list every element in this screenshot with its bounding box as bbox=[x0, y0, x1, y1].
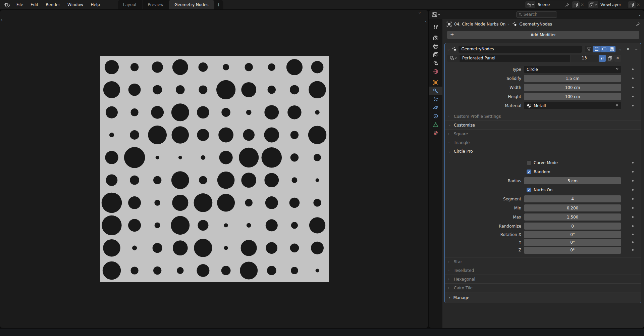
open-toolbar-chevron-icon[interactable]: › bbox=[1, 18, 3, 22]
new-node-tree-button[interactable] bbox=[606, 55, 613, 62]
tab-tool[interactable] bbox=[429, 23, 442, 31]
menu-edit[interactable]: Edit bbox=[27, 0, 42, 9]
tab-physics[interactable] bbox=[429, 103, 442, 112]
open-sidebar-chevron-icon[interactable]: ‹ bbox=[425, 19, 427, 23]
tab-particles[interactable] bbox=[429, 95, 442, 103]
decorator-dot[interactable] bbox=[632, 105, 634, 106]
scene-copy-button[interactable] bbox=[572, 1, 580, 8]
search-box[interactable] bbox=[516, 11, 557, 18]
modifier-extras-chevron-icon[interactable]: ⌄ bbox=[617, 47, 623, 51]
tab-world[interactable] bbox=[429, 67, 442, 76]
tab-geometry-nodes[interactable]: Geometry Nodes bbox=[169, 0, 214, 9]
node-tree-browse-button[interactable] bbox=[447, 55, 459, 62]
drag-handle-icon[interactable] bbox=[635, 47, 639, 51]
decorator-dot[interactable] bbox=[632, 171, 634, 173]
decorator-dot[interactable] bbox=[632, 189, 634, 191]
menu-render[interactable]: Render bbox=[42, 0, 64, 9]
width-slider[interactable]: 100 cm bbox=[524, 84, 621, 91]
modifier-close-icon[interactable]: ✕ bbox=[625, 47, 631, 51]
tab-object-data[interactable] bbox=[429, 120, 442, 129]
decorator-dot[interactable] bbox=[632, 87, 634, 88]
decorator-dot[interactable] bbox=[632, 225, 634, 227]
section-triangle[interactable]: › Triangle bbox=[445, 138, 641, 147]
rotation-x-slider[interactable]: 0° bbox=[524, 231, 621, 238]
tab-modifiers[interactable] bbox=[429, 87, 442, 95]
add-modifier-button[interactable]: + Add Modifier bbox=[447, 31, 639, 39]
random-checkbox[interactable] bbox=[527, 170, 531, 174]
decorator-dot[interactable] bbox=[632, 216, 634, 218]
pin-icon[interactable] bbox=[635, 22, 640, 27]
tab-output[interactable] bbox=[429, 42, 442, 50]
tab-layout[interactable]: Layout bbox=[118, 0, 143, 9]
tab-render[interactable] bbox=[429, 34, 442, 42]
decorator-dot[interactable] bbox=[632, 180, 634, 182]
rotation-z-slider[interactable]: 0° bbox=[524, 247, 621, 254]
edit-mode-toggle[interactable] bbox=[593, 46, 600, 52]
segment-slider[interactable]: 4 bbox=[524, 195, 621, 202]
breadcrumb-node-group[interactable]: GeometryNodes bbox=[520, 22, 552, 27]
breadcrumb-object[interactable]: 04. Circle Mode Nurbs On bbox=[454, 22, 505, 27]
section-customize[interactable]: ⌄ Customize bbox=[445, 121, 641, 129]
viewport-3d[interactable]: › ⌄ ‹ bbox=[0, 10, 428, 328]
solidify-slider[interactable]: 1.5 cm bbox=[524, 75, 621, 82]
node-tree-users-button[interactable]: 13 bbox=[571, 55, 598, 62]
decorator-dot[interactable] bbox=[632, 241, 634, 243]
viewport-canvas[interactable] bbox=[100, 56, 329, 282]
viewlayer-browse-button[interactable] bbox=[588, 1, 598, 8]
curve-mode-checkbox[interactable] bbox=[527, 160, 531, 165]
viewport-header-chevron-icon[interactable]: ⌄ bbox=[418, 10, 421, 14]
rotation-y-slider[interactable]: 0° bbox=[524, 239, 621, 246]
viewlayer-delete-button[interactable]: ✕ bbox=[637, 2, 640, 7]
add-workspace-button[interactable]: + bbox=[214, 0, 223, 9]
section-tesellated[interactable]: › Tesellated bbox=[445, 266, 641, 275]
tab-preview[interactable]: Preview bbox=[143, 0, 169, 9]
node-tree-name-field[interactable]: Perforated Panel bbox=[460, 55, 570, 62]
section-custom-profile-settings[interactable]: › Custom Profile Settings bbox=[445, 112, 641, 121]
type-dropdown[interactable]: Circle bbox=[524, 66, 621, 73]
height-slider[interactable]: 100 cm bbox=[524, 93, 621, 100]
decorator-dot[interactable] bbox=[632, 96, 634, 97]
menu-window[interactable]: Window bbox=[64, 0, 87, 9]
pin-icon[interactable] bbox=[565, 3, 569, 7]
tab-object[interactable] bbox=[429, 78, 442, 87]
scene-browse-button[interactable] bbox=[525, 1, 535, 8]
editor-type-button[interactable] bbox=[432, 12, 440, 17]
decorator-dot[interactable] bbox=[632, 162, 634, 163]
tab-constraints[interactable] bbox=[429, 112, 442, 120]
tab-view-layer[interactable] bbox=[429, 50, 442, 59]
menu-help[interactable]: Help bbox=[87, 0, 103, 9]
section-circle-pro[interactable]: ⌄ Circle Pro bbox=[445, 147, 641, 155]
fake-user-toggle[interactable] bbox=[599, 55, 606, 62]
render-toggle[interactable] bbox=[608, 46, 615, 52]
on-cage-toggle[interactable] bbox=[585, 46, 592, 52]
search-input[interactable] bbox=[524, 12, 555, 17]
tab-scene[interactable] bbox=[429, 59, 442, 67]
header-collapse-chevron-icon[interactable]: ⌄ bbox=[638, 12, 641, 17]
material-field[interactable]: Metall bbox=[524, 102, 621, 109]
section-hexagonal[interactable]: › Hexagonal bbox=[445, 275, 641, 283]
decorator-dot[interactable] bbox=[632, 68, 634, 70]
realtime-toggle[interactable] bbox=[600, 46, 608, 52]
unlink-node-tree-button[interactable]: ✕ bbox=[614, 55, 621, 62]
menu-file[interactable]: File bbox=[13, 0, 27, 9]
section-star[interactable]: › Star bbox=[445, 257, 641, 266]
section-cairo-tile[interactable]: › Cairo Tile bbox=[445, 283, 641, 292]
max-slider[interactable]: 1.500 bbox=[524, 213, 621, 221]
tab-material[interactable] bbox=[429, 129, 442, 137]
viewlayer-name-field[interactable]: ViewLayer bbox=[598, 1, 628, 8]
decorator-dot[interactable] bbox=[632, 78, 634, 79]
randomize-slider[interactable]: 0 bbox=[524, 223, 621, 230]
nurbs-on-checkbox[interactable] bbox=[527, 188, 531, 192]
modifier-name-field[interactable]: GeometryNodes bbox=[459, 46, 582, 53]
min-slider[interactable]: 0.200 bbox=[524, 204, 621, 211]
scene-name-field[interactable]: Scene bbox=[535, 1, 572, 8]
scene-delete-button[interactable]: ✕ bbox=[581, 2, 584, 7]
decorator-dot[interactable] bbox=[632, 234, 634, 235]
blender-logo-icon[interactable] bbox=[3, 2, 10, 8]
section-manage[interactable]: › Manage bbox=[445, 292, 641, 303]
radius-slider[interactable]: 5 cm bbox=[524, 177, 621, 184]
decorator-dot[interactable] bbox=[632, 249, 634, 251]
close-icon[interactable] bbox=[615, 103, 619, 107]
decorator-dot[interactable] bbox=[632, 207, 634, 209]
viewlayer-copy-button[interactable] bbox=[628, 1, 636, 8]
